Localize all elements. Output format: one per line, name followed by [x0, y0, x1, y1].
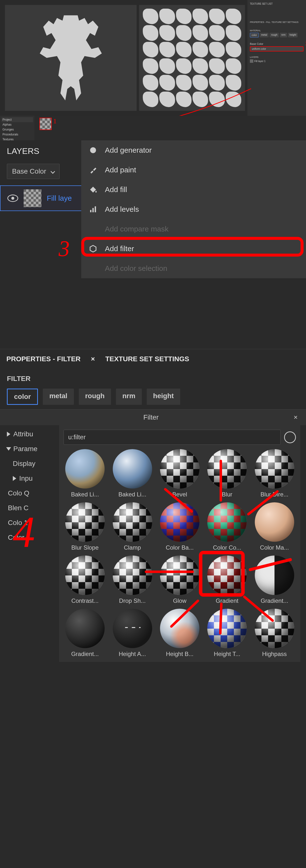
- filter-slot-bar[interactable]: Filter ×: [0, 409, 306, 425]
- channel-metal[interactable]: metal: [43, 389, 73, 405]
- picker-search-input[interactable]: u:filter: [63, 430, 281, 445]
- channel-nrm[interactable]: nrm: [280, 33, 287, 37]
- section-label: Inpu: [19, 474, 33, 483]
- channel-row: color metal rough nrm height: [0, 386, 306, 409]
- menu-add-color-selection: Add color selection: [81, 258, 306, 278]
- close-icon[interactable]: ×: [294, 413, 298, 421]
- input-section[interactable]: Inpu: [7, 474, 59, 483]
- visibility-toggle-icon[interactable]: [7, 194, 18, 202]
- layer-name[interactable]: Fill laye: [47, 194, 72, 203]
- expand-icon: [13, 476, 16, 481]
- section-label: Attribu: [13, 430, 33, 438]
- display-mode-label: Display: [7, 460, 59, 468]
- bucket-icon: [89, 185, 97, 194]
- layer-thumb-small: [250, 59, 253, 63]
- annotation-3: 3: [59, 236, 70, 261]
- expand-icon: [6, 447, 11, 451]
- circle-icon: [89, 146, 97, 155]
- layers-label-small: LAYERS: [250, 56, 304, 58]
- filter-drop-shadow[interactable]: Drop Sh...: [111, 556, 154, 604]
- svg-rect-3: [95, 206, 96, 212]
- filter-grid: Baked Li... Baked Li... Bevel Blur Blur …: [63, 449, 296, 657]
- expand-icon: [7, 432, 10, 437]
- refresh-icon[interactable]: [284, 431, 296, 443]
- annotation-4: 4: [13, 506, 35, 557]
- annotation-1: 1: [53, 117, 57, 125]
- filter-highpass[interactable]: Highpass: [253, 609, 296, 657]
- channel-metal[interactable]: metal: [260, 33, 269, 37]
- channel-color[interactable]: color: [250, 33, 259, 37]
- parameters-section[interactable]: Parame: [7, 445, 59, 453]
- texture-set-settings-tab[interactable]: TEXTURE SET SETTINGS: [99, 349, 196, 369]
- menu-add-paint[interactable]: Add paint: [81, 160, 306, 180]
- channel-select[interactable]: Base Color: [7, 164, 60, 179]
- filter-height-adjust[interactable]: Height A...: [111, 609, 154, 657]
- annotation-box-3: [81, 237, 304, 256]
- svg-point-0: [90, 147, 96, 153]
- layers-context-section: LAYERS Base Color Fill laye Add generato…: [0, 141, 306, 349]
- channel-height[interactable]: height: [147, 389, 180, 405]
- filter-glow[interactable]: Glow: [158, 556, 201, 604]
- shelf-cat[interactable]: Project: [1, 117, 33, 122]
- annotation-ray: [220, 460, 222, 502]
- filter-baked-lighting-styl[interactable]: Baked Li...: [111, 449, 154, 498]
- filter-gradient-curve[interactable]: Gradient...: [63, 609, 106, 657]
- top-app-screenshot: TEXTURE SET LIST PROPERTIES - FILL TEXTU…: [0, 0, 306, 116]
- properties-filter-tab[interactable]: PROPERTIES - FILTER: [0, 349, 87, 369]
- menu-add-levels[interactable]: Add levels: [81, 199, 306, 219]
- section-label: Parame: [13, 445, 37, 453]
- properties-tab-bar: PROPERTIES - FILTER × TEXTURE SET SETTIN…: [0, 349, 306, 369]
- layer-context-menu: Add generator Add paint Add fill Add lev…: [81, 141, 306, 278]
- properties-fill-tab[interactable]: PROPERTIES - FILL: [250, 21, 271, 23]
- texture-set-list-header: TEXTURE SET LIST: [250, 2, 304, 5]
- levels-icon: [89, 205, 97, 214]
- filter-blur-directional[interactable]: Blur Dire...: [253, 449, 296, 498]
- shelf-panel-top: Project Alphas Grunges Procedurals Textu…: [0, 116, 306, 141]
- menu-add-compare-mask: Add compare mask: [81, 219, 306, 239]
- side-panel-top: TEXTURE SET LIST PROPERTIES - FILL TEXTU…: [247, 0, 306, 116]
- menu-label: Add compare mask: [105, 225, 169, 233]
- shelf-cat[interactable]: Alphas: [1, 122, 33, 127]
- filter-clamp[interactable]: Clamp: [111, 502, 154, 551]
- channel-rough[interactable]: rough: [79, 389, 111, 405]
- filter-baked-lighting-env[interactable]: Baked Li...: [63, 449, 106, 498]
- compare-icon: [89, 224, 97, 234]
- channel-color[interactable]: color: [7, 389, 38, 405]
- uniform-color-select[interactable]: uniform color: [250, 46, 304, 52]
- shelf-categories: Project Alphas Grunges Procedurals Textu…: [0, 116, 34, 141]
- annotation-box-1: [39, 118, 52, 130]
- viewport-3d[interactable]: [5, 5, 136, 111]
- channel-select-label: Base Color: [12, 167, 46, 175]
- shelf-cat[interactable]: Procedurals: [1, 132, 33, 137]
- shelf-cat[interactable]: Grunges: [1, 127, 33, 132]
- attributes-section[interactable]: Attribu: [7, 430, 59, 438]
- chevron-down-icon: [51, 169, 55, 174]
- menu-label: Add generator: [105, 146, 152, 154]
- filter-section-header: FILTER: [0, 369, 306, 386]
- viewport-2d-uv[interactable]: [139, 5, 245, 111]
- color-quantity-label: Colo Q: [7, 489, 59, 497]
- annotation-ray: [145, 570, 194, 573]
- close-tab-button[interactable]: ×: [87, 349, 99, 369]
- texture-set-settings-tab[interactable]: TEXTURE SET SETTINGS: [272, 21, 298, 23]
- filter-contrast[interactable]: Contrast...: [63, 556, 106, 604]
- layer-thumbnail[interactable]: [24, 189, 41, 207]
- filter-height-blend[interactable]: Height B...: [158, 609, 201, 657]
- filter-blur[interactable]: Blur: [206, 449, 248, 498]
- channel-height[interactable]: height: [288, 33, 298, 37]
- channel-rough[interactable]: rough: [270, 33, 279, 37]
- filter-slot-label: Filter: [143, 413, 158, 421]
- filter-picker-section: Attribu Parame Display Inpu Colo Q Blen …: [0, 425, 306, 868]
- filter-picker-popup: u:filter Baked Li... Baked Li... Bevel B…: [59, 425, 300, 662]
- fill-layer-small[interactable]: Fill layer 1: [254, 60, 266, 63]
- menu-add-generator[interactable]: Add generator: [81, 141, 306, 160]
- menu-add-fill[interactable]: Add fill: [81, 180, 306, 199]
- filter-height-to-normal[interactable]: Height T...: [206, 609, 248, 657]
- filter-color-correct[interactable]: Color Co...: [206, 502, 248, 551]
- color-icon: [89, 264, 97, 273]
- channel-nrm[interactable]: nrm: [116, 389, 142, 405]
- filter-color-match[interactable]: Color Ma...: [253, 502, 296, 551]
- filter-blur-slope[interactable]: Blur Slope: [63, 502, 106, 551]
- svg-rect-1: [90, 210, 91, 212]
- filter-color-balance[interactable]: Color Ba...: [158, 502, 201, 551]
